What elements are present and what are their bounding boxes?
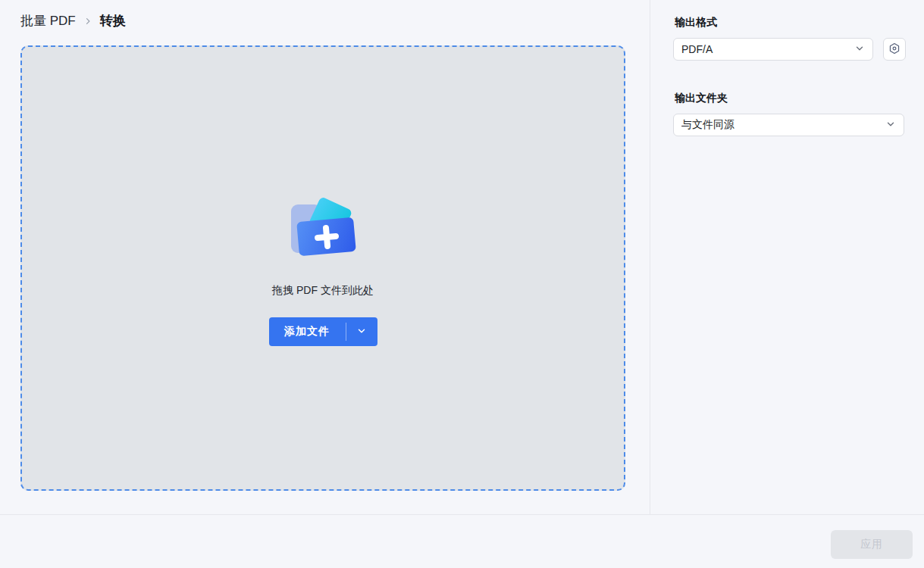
folder-plus-icon: [291, 201, 355, 254]
pdf-dropzone[interactable]: 拖拽 PDF 文件到此处 添加文件: [20, 45, 625, 491]
output-folder-select[interactable]: 与文件同源: [673, 114, 904, 136]
output-folder-label: 输出文件夹: [675, 92, 728, 105]
chevron-down-icon: [356, 326, 367, 339]
output-format-label: 输出格式: [675, 16, 717, 30]
dropzone-hint: 拖拽 PDF 文件到此处: [272, 284, 374, 298]
add-files-split-button: 添加文件: [269, 317, 377, 346]
chevron-down-icon: [885, 119, 896, 132]
folder-front-shape: [296, 217, 356, 256]
format-settings-button[interactable]: [883, 38, 906, 61]
add-files-dropdown-button[interactable]: [346, 317, 377, 346]
add-files-button[interactable]: 添加文件: [269, 317, 346, 346]
output-format-value: PDF/A: [681, 43, 854, 55]
apply-button[interactable]: 应用: [831, 530, 913, 559]
plus-icon: [313, 223, 340, 250]
footer-divider: [0, 514, 924, 515]
panel-divider: [650, 0, 650, 514]
breadcrumb-parent-link[interactable]: 批量 PDF: [20, 11, 76, 31]
chevron-right-icon: [83, 17, 92, 26]
chevron-down-icon: [854, 43, 865, 56]
breadcrumb-current: 转换: [100, 11, 126, 31]
breadcrumb: 批量 PDF 转换: [20, 11, 126, 31]
output-format-select[interactable]: PDF/A: [673, 38, 873, 61]
output-folder-value: 与文件同源: [681, 118, 885, 132]
gear-icon: [888, 42, 901, 58]
